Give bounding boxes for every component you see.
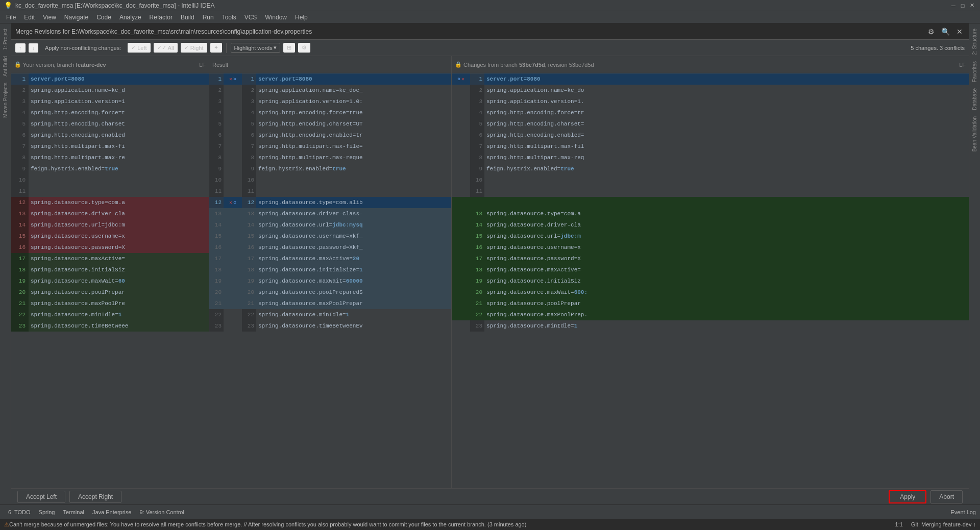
right-line-7: 7 spring.http.multipart.max-fil [452,141,969,152]
ide-tab-favorites[interactable]: Favorites [971,58,978,85]
tab-todo[interactable]: 6: TODO [4,508,35,516]
menu-tools[interactable]: Tools [218,13,240,22]
left-line-22: 22 spring.datasource.minIdle=1 [11,309,209,320]
right-line-5: 5 spring.http.encoding.charset= [452,118,969,130]
right-line-13: 13 spring.datasource.type=com.a [452,208,969,219]
tab-version-control[interactable]: 9: Version Control [135,508,188,516]
menu-view[interactable]: View [39,13,60,22]
ide-tab-project[interactable]: 1: Project [2,26,9,53]
title-bar-content: 💡 kc_doc_favorite_msa [E:\Workspace\kc_d… [4,2,215,9]
left-line-4: 4 spring.http.encoding.force=t [11,107,209,118]
mid-line-9: 9 9 feign.hystrix.enabled=true [209,163,451,174]
prev-conflict-button[interactable]: ↑ [15,43,26,53]
settings-button[interactable]: ⚙ [298,43,310,53]
highlight-words-dropdown[interactable]: Highlight words ▾ [231,43,280,53]
menu-build[interactable]: Build [177,13,199,22]
left-line-17: 17 spring.datasource.maxActive= [11,253,209,264]
left-line-10: 10 [11,174,209,186]
left-code-area: 1 server.port=8080 2 spring.application.… [11,73,209,488]
menu-file[interactable]: File [2,13,20,22]
mid-line-17: 17 17 spring.datasource.maxActive=20 [209,253,451,264]
right-line-14: 14 spring.datasource.driver-cla [452,219,969,231]
left-line-3: 3 spring.application.version=1 [11,96,209,107]
accept-right-button[interactable]: Accept Right [69,491,121,503]
mid-arrow-btn-12[interactable]: « [233,200,236,206]
apply-all-button[interactable]: ✓✓ All [154,43,178,53]
abort-button[interactable]: Abort [930,490,963,503]
left-line-23: 23 spring.datasource.timeBetweee [11,320,209,332]
mid-line-16: 16 16 spring.datasource.password=Xkf_ [209,242,451,253]
ide-tab-ant[interactable]: Ant Build [2,53,9,80]
merge-file-header: Merge Revisions for E:\Workspace\kc_doc_… [11,23,969,40]
accept-left-button[interactable]: Accept Left [17,491,65,503]
mid-line-10: 10 10 [209,174,451,186]
apply-right-button[interactable]: ✓ Right [181,43,207,53]
mid-line-11: 11 11 [209,186,451,197]
right-lock-icon: 🔒 [455,61,462,68]
merge-message: Can't merge because of unmerged files: Y… [9,521,526,527]
merge-dialog: Merge Revisions for E:\Workspace\kc_doc_… [11,23,969,504]
menu-code[interactable]: Code [92,13,115,22]
menu-navigate[interactable]: Navigate [60,13,92,22]
menu-edit[interactable]: Edit [20,13,39,22]
ide-tab-maven[interactable]: Maven Projects [2,80,9,121]
right-diff-panel: 🔒 Changes from branch 53be7d5d, revision… [452,56,969,488]
mid-line-19: 19 19 spring.datasource.maxWait=60000 [209,275,451,287]
left-line-18: 18 spring.datasource.initialSiz [11,264,209,275]
maximize-button[interactable]: □ [959,2,967,10]
right-x-btn-1[interactable]: ✕ [461,76,464,82]
message-bar: ⚠ Can't merge because of unmerged files:… [0,519,980,530]
tab-java-enterprise[interactable]: Java Enterprise [88,508,135,516]
left-line-6: 6 spring.http.encoding.enabled [11,130,209,141]
left-line-12: 12 spring.datasource.type=com.a [11,197,209,208]
left-line-7: 7 spring.http.multipart.max-fi [11,141,209,152]
left-lock-icon: 🔒 [14,61,21,68]
warning-icon: ⚠ [4,521,9,528]
apply-non-conflicting-label: Apply non-conflicting changes: [41,43,125,53]
apply-left-button[interactable]: ✓ Left [128,43,150,53]
menu-window[interactable]: Window [261,13,291,22]
app-title: kc_doc_favorite_msa [E:\Workspace\kc_doc… [15,2,215,9]
menu-analyze[interactable]: Analyze [115,13,145,22]
git-status: Git: Merging feature-dev ↑ [911,521,976,527]
right-line-23: 23 spring.datasource.minIdle=1 [452,320,969,332]
apply-button[interactable]: Apply [889,490,926,503]
menu-vcs[interactable]: VCS [240,13,261,22]
event-log-tab[interactable]: Event Log [950,509,976,515]
mid-panel-label: Result [212,62,228,68]
close-window-button[interactable]: ✕ [968,2,976,10]
mid-code-area: 1 ✕ » 1 server.port=8080 2 [209,73,451,488]
left-diff-panel: 🔒 Your version, branch feature-dev LF 1 … [11,56,209,488]
tab-spring[interactable]: Spring [35,508,59,516]
right-arrow-btn-1[interactable]: « [457,77,460,82]
merge-search-icon[interactable]: 🔍 [940,27,950,37]
mid-x-btn-12[interactable]: ✕ [229,199,232,206]
bottom-buttons-bar: Accept Left Accept Right Apply Abort [11,488,969,504]
status-bar: 6: TODO Spring Terminal Java Enterprise … [0,504,980,519]
right-line-17: 17 spring.datasource.password=X [452,253,969,264]
magic-button[interactable]: ✦ [210,43,222,53]
mid-x-btn-1[interactable]: ✕ [229,76,232,82]
mid-line-1: 1 ✕ » 1 server.port=8080 [209,73,451,85]
menu-run[interactable]: Run [199,13,218,22]
left-line-9: 9 feign.hystrix.enabled=true [11,163,209,174]
ide-tab-database[interactable]: Database [971,85,978,113]
menu-refactor[interactable]: Refactor [145,13,177,22]
next-conflict-button[interactable]: ↓ [29,43,39,53]
ide-tab-structure[interactable]: 2: Structure [971,26,978,58]
merge-close-icon[interactable]: ✕ [954,27,965,37]
ide-tab-bean-validation[interactable]: Bean Validation [971,113,978,155]
tab-terminal[interactable]: Terminal [59,508,88,516]
menu-help[interactable]: Help [291,13,312,22]
left-panel-label: Your version, branch feature-dev [21,62,106,68]
grid-view-button[interactable]: ⊞ [283,43,295,53]
mid-line-13: 13 13 spring.datasource.driver-class- [209,208,451,219]
left-panel-header: 🔒 Your version, branch feature-dev LF [11,56,209,73]
right-line-2: 2 spring.application.name=kc_do [452,85,969,96]
right-line-9: 9 feign.hystrix.enabled=true [452,163,969,174]
merge-settings-icon[interactable]: ⚙ [926,27,936,37]
ide-right-panel: 2: Structure Favorites Database Bean Val… [969,23,980,504]
minimize-button[interactable]: ─ [949,2,958,10]
mid-line-15: 15 15 spring.datasource.username=xkf_ [209,231,451,242]
mid-arrow-btn-1[interactable]: » [233,77,236,82]
